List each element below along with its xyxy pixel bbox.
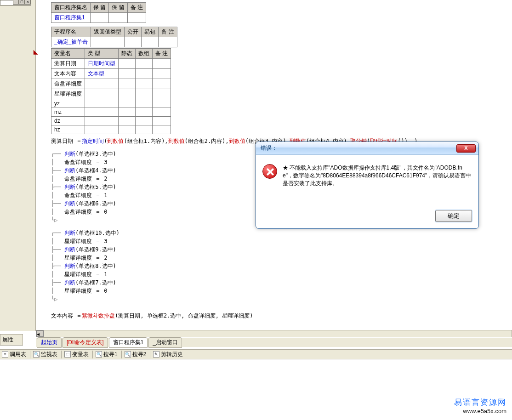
table-cell[interactable] (153, 117, 171, 125)
table-cell[interactable] (136, 69, 153, 79)
table-header: 公开 (125, 27, 142, 37)
table-cell[interactable] (136, 117, 153, 125)
code-line[interactable]: │ 星曜详细度 ＝ 1 (51, 270, 512, 278)
code-line: 文本内容 ＝ 紫微斗数排盘 (测算日期, 单选框2.选中, 命盘详细度, 星曜详… (51, 312, 512, 320)
editor-tab[interactable]: 窗口程序集1 (109, 337, 148, 348)
properties-panel-label: 属性 (0, 334, 23, 346)
table-cell[interactable] (136, 79, 153, 89)
table-cell[interactable] (119, 89, 136, 99)
toolbar-item[interactable]: ✎剪辑历史 (153, 351, 187, 358)
table-cell[interactable] (125, 37, 142, 47)
toolbar-item[interactable]: ⬚变量表 (64, 351, 93, 358)
table-cell[interactable] (136, 108, 153, 117)
watermark-title: 易语言资源网 (454, 397, 506, 408)
maximize-icon[interactable]: □ (19, 0, 25, 5)
table-cell[interactable] (85, 99, 119, 108)
table-header: 易包 (142, 27, 159, 37)
table-cell[interactable]: 日期时间型 (85, 59, 119, 69)
toolbar-label: 变量表 (72, 351, 89, 358)
table-header: 备 注 (153, 49, 171, 59)
close-icon[interactable]: × (25, 0, 31, 5)
table-cell[interactable]: hz (51, 125, 85, 134)
table-row[interactable]: 文本内容文本型 (51, 69, 171, 79)
horizontal-scrollbar[interactable]: ◂ (36, 330, 512, 337)
table-row[interactable]: mz (51, 108, 171, 117)
table-row[interactable]: _确定_被单击 (51, 37, 177, 47)
table-cell[interactable] (109, 13, 127, 23)
table-cell[interactable] (142, 37, 159, 47)
table-cell[interactable]: mz (51, 108, 85, 117)
table-cell[interactable] (136, 125, 153, 134)
minimize-icon[interactable]: - (13, 0, 19, 5)
table-cell[interactable] (127, 13, 146, 23)
table-cell[interactable]: 文本内容 (51, 69, 85, 79)
code-line[interactable]: │ 星曜详细度 ＝ 3 (51, 237, 512, 245)
toolbar-icon: ≡ (2, 351, 8, 358)
table-cell[interactable] (153, 125, 171, 134)
bottom-toolbar: ≡调用表🔍监视表⬚变量表🔍搜寻1🔍搜寻2✎剪辑历史 (0, 349, 512, 359)
table-cell[interactable]: dz (51, 117, 85, 125)
table-cell[interactable] (85, 117, 119, 125)
table-row[interactable]: 命盘详细度 (51, 79, 171, 89)
toolbar-icon: 🔍 (125, 351, 131, 358)
dialog-ok-button[interactable]: 确定 (435, 210, 472, 222)
table-cell[interactable] (85, 89, 119, 99)
table-cell[interactable] (119, 108, 136, 117)
table-cell[interactable] (119, 117, 136, 125)
toolbar-item[interactable]: 🔍监视表 (33, 351, 62, 358)
scroll-left-button[interactable]: ◂ (36, 330, 44, 337)
editor-tab[interactable]: [Dll命令定义表] (63, 337, 108, 348)
toolbar-icon: ⬚ (64, 351, 71, 358)
toolbar-item[interactable]: ≡调用表 (2, 351, 30, 358)
table-cell[interactable] (119, 79, 136, 89)
table-cell[interactable] (85, 125, 119, 134)
code-line[interactable]: ├── 判断 (单选框9.选中) (51, 245, 512, 254)
table-cell[interactable] (119, 59, 136, 69)
table-cell[interactable] (153, 108, 171, 117)
editor-tab[interactable]: 起始页 (37, 337, 62, 348)
table-cell[interactable] (119, 99, 136, 108)
table-cell[interactable]: 星曜详细度 (51, 89, 85, 99)
editor-tab[interactable]: _启动窗口 (148, 337, 182, 348)
table-row[interactable]: dz (51, 117, 171, 125)
table-cell[interactable]: 窗口程序集1 (51, 13, 91, 23)
table-cell[interactable] (153, 59, 171, 69)
dialog-close-button[interactable]: X (456, 144, 476, 153)
table-cell[interactable] (91, 37, 125, 47)
table-header: 数组 (136, 49, 153, 59)
toolbar-item[interactable]: 🔍搜寻1 (96, 351, 122, 358)
table-cell[interactable] (136, 59, 153, 69)
table-cell[interactable] (136, 99, 153, 108)
variable-table: 变量名类 型静态数组备 注测算日期日期时间型文本内容文本型命盘详细度星曜详细度y… (51, 48, 171, 134)
table-cell[interactable] (119, 69, 136, 79)
table-cell[interactable] (153, 69, 171, 79)
table-cell[interactable] (136, 89, 153, 99)
table-cell[interactable] (153, 89, 171, 99)
table-row[interactable]: 星曜详细度 (51, 89, 171, 99)
table-cell[interactable] (85, 79, 119, 89)
table-cell[interactable] (91, 13, 109, 23)
table-cell[interactable] (159, 37, 177, 47)
table-row[interactable]: 窗口程序集1 (51, 13, 146, 23)
code-line[interactable]: │ 星曜详细度 ＝ 2 (51, 254, 512, 262)
table-cell[interactable] (85, 108, 119, 117)
code-line[interactable]: ├── 判断 (单选框8.选中) (51, 262, 512, 270)
toolbar-item[interactable]: 🔍搜寻2 (125, 351, 151, 358)
table-row[interactable]: yz (51, 99, 171, 108)
dialog-message: ★ 不能载入支持库"ADO数据库操作支持库1.4版"，其文件名为"ADODB.f… (283, 164, 472, 204)
code-line[interactable]: ├── 判断 (单选框7.选中) (51, 278, 512, 287)
table-cell[interactable]: 测算日期 (51, 59, 85, 69)
left-sidebar: - □ × (0, 0, 36, 331)
table-cell[interactable] (153, 79, 171, 89)
dialog-titlebar[interactable]: 错误： X (256, 142, 478, 155)
table-row[interactable]: hz (51, 125, 171, 134)
table-cell[interactable] (119, 125, 136, 134)
table-cell[interactable] (153, 99, 171, 108)
table-cell[interactable]: 命盘详细度 (51, 79, 85, 89)
code-line[interactable]: ┌── 判断 (单选框10.选中) (51, 229, 512, 237)
table-cell[interactable]: 文本型 (85, 69, 119, 79)
table-cell[interactable]: _确定_被单击 (51, 37, 91, 47)
table-row[interactable]: 测算日期日期时间型 (51, 59, 171, 69)
code-line[interactable]: │ 星曜详细度 ＝ 0 (51, 287, 512, 295)
table-cell[interactable]: yz (51, 99, 85, 108)
